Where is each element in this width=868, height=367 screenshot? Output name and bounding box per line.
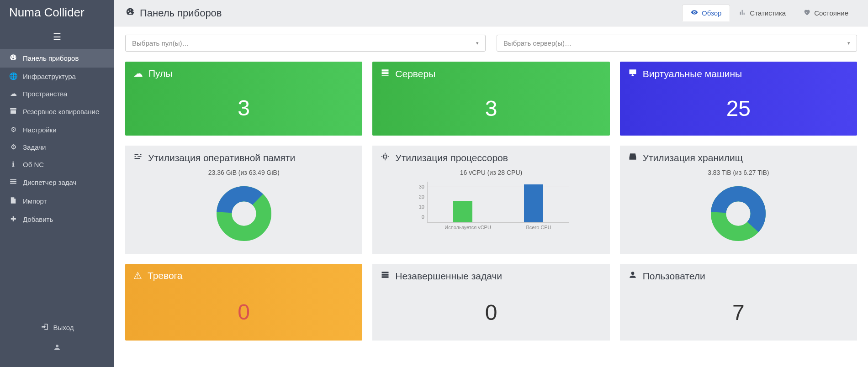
- alarm-card-value: 0: [125, 288, 362, 340]
- pending-tasks-card[interactable]: Незавершенные задачи 0: [372, 264, 609, 341]
- sidebar-item-label: Резервное копирование: [23, 108, 99, 115]
- ram-card-title: Утилизация оперативной памяти: [148, 152, 295, 163]
- cpu-ytick-0: 0: [413, 214, 427, 220]
- cloud-icon: ☁: [9, 89, 17, 98]
- gauge-icon: [9, 53, 17, 63]
- ram-card: Утилизация оперативной памяти 23.36 GiB …: [125, 146, 362, 254]
- cpu-bar-chart: 30 20 10 0 Используется vCPU Всего CPU: [372, 176, 609, 238]
- cpu-xlabel-total: Всего CPU: [526, 225, 551, 230]
- pools-card-title: Пулы: [148, 68, 172, 79]
- menu-toggle-icon[interactable]: ☰: [0, 28, 114, 49]
- cpu-ytick-20: 20: [413, 194, 427, 199]
- server-icon: [381, 68, 390, 79]
- sidebar-nav: Панель приборов 🌐 Инфраструктура ☁ Прост…: [0, 49, 114, 228]
- vms-card[interactable]: Виртуальные машины 25: [620, 62, 857, 136]
- logout-icon: [41, 323, 49, 332]
- server-select[interactable]: Выбрать сервер(ы)… ▾: [497, 35, 857, 52]
- main: Панель приборов Обзор Статистика Состоян…: [114, 0, 868, 367]
- user-icon: [628, 270, 637, 282]
- bar-chart-icon: [739, 9, 746, 17]
- warning-icon: ⚠: [133, 270, 142, 281]
- page-title: Панель приборов: [125, 7, 222, 20]
- sidebar-bottom: Выход: [0, 318, 114, 367]
- sidebar-item-label: Инфраструктура: [23, 73, 76, 80]
- user-menu-icon[interactable]: [0, 343, 114, 353]
- header: Панель приборов Обзор Статистика Состоян…: [114, 0, 868, 26]
- gauge-icon: [125, 7, 135, 20]
- dashboard-grid: ☁ Пулы 3 Серверы 3 Виртуальные машины 25: [114, 56, 868, 351]
- header-tabs: Обзор Статистика Состояние: [682, 5, 857, 21]
- vms-card-value: 25: [620, 86, 857, 136]
- info-icon: ℹ: [9, 160, 17, 168]
- gears-icon: ⚙​: [9, 143, 17, 151]
- tasks-icon: [381, 270, 390, 282]
- archive-icon: [9, 107, 17, 116]
- pending-tasks-card-title: Незавершенные задачи: [395, 271, 502, 282]
- sidebar-item-task-manager[interactable]: Диспетчер задач: [0, 173, 114, 192]
- ram-card-sub: 23.36 GiB (из 63.49 GiB): [125, 169, 362, 176]
- caret-down-icon: ▾: [847, 40, 850, 46]
- pool-select-placeholder: Выбрать пул(ы)…: [132, 39, 189, 47]
- storage-card-sub: 3.83 TiB (из 6.27 TiB): [620, 169, 857, 176]
- caret-down-icon: ▾: [476, 40, 479, 46]
- pool-select[interactable]: Выбрать пул(ы)… ▾: [125, 35, 486, 52]
- cloud-icon: ☁: [133, 68, 143, 79]
- cpu-xlabel-vcpu: Используется vCPU: [445, 225, 491, 230]
- plus-icon: ✚: [9, 215, 17, 223]
- cpu-ytick-10: 10: [413, 204, 427, 210]
- page-title-text: Панель приборов: [140, 7, 222, 19]
- tab-statistics[interactable]: Статистика: [730, 5, 794, 21]
- sidebar-item-settings[interactable]: ⚙ Настройки: [0, 121, 114, 138]
- cpu-card: Утилизация процессоров 16 vCPU (из 28 CP…: [372, 146, 609, 254]
- sidebar-item-tasks[interactable]: ⚙​ Задачи: [0, 138, 114, 156]
- cpu-card-title: Утилизация процессоров: [395, 152, 508, 163]
- pending-tasks-card-value: 0: [372, 288, 609, 341]
- sidebar-item-label: Об NC: [23, 161, 44, 168]
- sidebar-item-label: Импорт: [23, 197, 47, 205]
- list-icon: [9, 178, 17, 187]
- sidebar-item-spaces[interactable]: ☁ Пространства: [0, 85, 114, 102]
- sidebar-item-backup[interactable]: Резервное копирование: [0, 102, 114, 121]
- tab-health[interactable]: Состояние: [794, 5, 857, 21]
- tab-overview[interactable]: Обзор: [682, 5, 730, 21]
- heartbeat-icon: [803, 9, 810, 17]
- sidebar-item-add[interactable]: ✚ Добавить: [0, 210, 114, 228]
- eye-icon: [691, 9, 698, 17]
- cpu-bar-total: [524, 184, 543, 222]
- vms-card-title: Виртуальные машины: [643, 68, 742, 79]
- sidebar-item-import[interactable]: Импорт: [0, 192, 114, 210]
- servers-card[interactable]: Серверы 3: [372, 62, 609, 136]
- monitor-icon: [628, 68, 637, 79]
- logout-button[interactable]: Выход: [0, 318, 114, 337]
- cpu-icon: [381, 152, 390, 163]
- sidebar-item-dashboard[interactable]: Панель приборов: [0, 49, 114, 68]
- alarm-card[interactable]: ⚠ Тревога 0: [125, 264, 362, 341]
- gear-icon: ⚙: [9, 126, 17, 134]
- import-icon: [9, 196, 17, 206]
- logout-label: Выход: [53, 324, 74, 331]
- storage-donut-chart: [620, 176, 857, 254]
- tab-label: Статистика: [750, 9, 786, 17]
- sidebar-item-label: Пространства: [23, 90, 67, 98]
- users-card-value: 7: [620, 288, 857, 341]
- cpu-card-sub: 16 vCPU (из 28 CPU): [372, 169, 609, 176]
- alarm-card-title: Тревога: [148, 270, 182, 281]
- pools-card[interactable]: ☁ Пулы 3: [125, 62, 362, 136]
- sidebar-item-label: Задачи: [23, 143, 46, 151]
- globe-icon: 🌐: [9, 72, 17, 80]
- disk-icon: [628, 152, 637, 163]
- storage-card-title: Утилизация хранилищ: [643, 152, 743, 163]
- ram-donut-chart: [125, 176, 362, 254]
- pools-card-value: 3: [125, 85, 362, 135]
- sidebar-item-about[interactable]: ℹ Об NC: [0, 156, 114, 173]
- users-card[interactable]: Пользователи 7: [620, 264, 857, 341]
- sidebar: Numa Collider ☰ Панель приборов 🌐 Инфрас…: [0, 0, 114, 367]
- tab-label: Обзор: [702, 9, 721, 17]
- storage-card: Утилизация хранилищ 3.83 TiB (из 6.27 Ti…: [620, 146, 857, 254]
- sidebar-item-infrastructure[interactable]: 🌐 Инфраструктура: [0, 68, 114, 85]
- server-select-placeholder: Выбрать сервер(ы)…: [503, 39, 572, 47]
- cpu-ytick-30: 30: [413, 184, 427, 189]
- users-card-title: Пользователи: [643, 271, 705, 282]
- brand-title: Numa Collider: [0, 0, 114, 28]
- servers-card-title: Серверы: [395, 68, 435, 79]
